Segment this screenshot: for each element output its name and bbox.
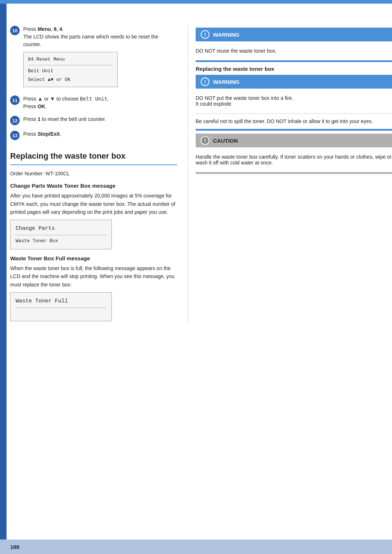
warning-banner-2: ! WARNING — [196, 75, 392, 89]
thin-divider-1 — [196, 113, 392, 114]
warning-icon-1: ! — [201, 30, 209, 39]
left-column: 10 Press Menu, 8, 4. The LCD shows the p… — [10, 25, 188, 324]
main-section-heading: Replacing the waste toner box — [10, 151, 177, 162]
warning1-text: DO NOT reuse the waste toner box. — [196, 45, 392, 57]
subsection1-heading: Change Parts Waste Toner Box message — [10, 183, 177, 189]
step-13: 13 Press Stop/Exit. — [10, 130, 177, 140]
separator-text: Be careful not to spill the toner. DO NO… — [196, 117, 392, 125]
step-12-instruction: Press 1 to reset the belt unit counter. — [23, 115, 177, 123]
step-12-content: Press 1 to reset the belt unit counter. — [23, 115, 177, 123]
blue-divider-2 — [196, 129, 392, 131]
caution-text: Handle the waste toner box carefully. If… — [196, 151, 392, 168]
caution-banner: ! CAUTION — [196, 134, 392, 147]
caution-icon: ! — [201, 136, 209, 145]
step-10-content: Press Menu, 8, 4. The LCD shows the part… — [23, 25, 177, 90]
caution-label: CAUTION — [213, 138, 238, 144]
warning-banner-1: ! WARNING — [196, 28, 392, 41]
section-divider — [10, 164, 177, 165]
step-10-detail: The LCD shows the parts name which needs… — [23, 33, 177, 48]
step-12: 12 Press 1 to reset the belt unit counte… — [10, 115, 177, 125]
step-10-circle: 10 — [10, 26, 20, 35]
step-13-circle: 13 — [10, 131, 20, 140]
subsection2-heading: Waste Toner Box Full message — [10, 255, 177, 261]
step-10-instruction: Press Menu, 8, 4. — [23, 25, 177, 33]
blue-divider-1 — [196, 60, 392, 62]
step-12-circle: 12 — [10, 116, 20, 125]
lcd-line-3: Belt Unit — [28, 67, 113, 75]
lcd-box-10: 84.Reset Menu Belt Unit Select ▲▼ or OK — [23, 52, 118, 87]
lcd-waste-toner-full: Waste Toner Full — [10, 292, 112, 321]
lcd-wtf-line3 — [16, 309, 106, 318]
lcd-change-parts: Change Parts Waste Toner Box — [10, 220, 112, 249]
lcd-line-1: 84.Reset Menu — [28, 55, 113, 64]
step-11-circle: 11 — [10, 95, 20, 105]
right-section-heading: Replacing the waste toner box — [196, 66, 392, 72]
step-11-instruction: Press ▲ or ▼ to choose Belt Unit.Press O… — [23, 95, 177, 110]
warning-label-2: WARNING — [213, 79, 240, 85]
right-column: ! WARNING DO NOT reuse the waste toner b… — [188, 25, 392, 324]
warning-icon-inner-1: ! — [201, 31, 209, 38]
step-13-content: Press Stop/Exit. — [23, 130, 177, 138]
page-number: 188 — [10, 544, 19, 550]
warning-icon-2: ! — [201, 77, 209, 86]
step-11-content: Press ▲ or ▼ to choose Belt Unit.Press O… — [23, 95, 177, 110]
lcd-wtf-line1: Waste Toner Full — [16, 296, 106, 306]
caution-icon-inner: ! — [201, 137, 209, 144]
subsection1-text: After you have printed approximately 20,… — [10, 192, 177, 216]
warning2-text1: DO NOT put the waste toner box into a fi… — [196, 92, 392, 110]
order-number: Order Number: WT-100CL — [10, 170, 177, 178]
warning-label-1: WARNING — [213, 32, 240, 38]
step-13-instruction: Press Stop/Exit. — [23, 130, 177, 138]
lcd-line-4: Select ▲▼ or OK — [28, 76, 113, 84]
step-10: 10 Press Menu, 8, 4. The LCD shows the p… — [10, 25, 177, 90]
warning-icon-inner-2: ! — [201, 78, 209, 85]
caution-bottom-bar — [196, 172, 392, 174]
lcd-change-parts-line1: Change Parts — [16, 224, 106, 233]
top-bar — [0, 0, 392, 4]
lcd-change-parts-line3: Waste Toner Box — [16, 237, 106, 245]
bottom-bar: 188 — [0, 539, 392, 554]
left-bar — [0, 4, 7, 554]
step-11: 11 Press ▲ or ▼ to choose Belt Unit.Pres… — [10, 95, 177, 110]
subsection2-text: When the waste toner box is full, the fo… — [10, 264, 177, 289]
